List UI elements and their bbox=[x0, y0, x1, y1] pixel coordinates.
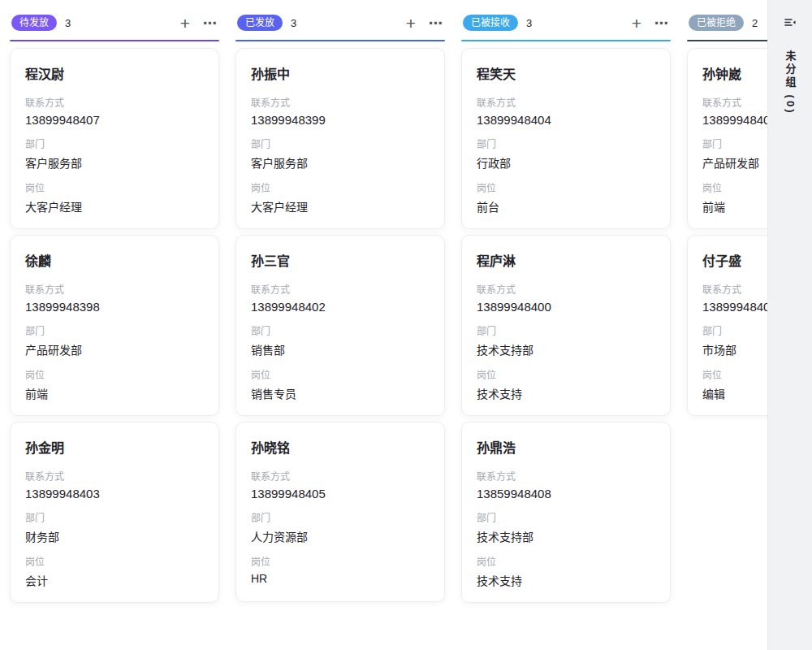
column-count: 2 bbox=[752, 17, 758, 29]
field-value-contact: 13859948408 bbox=[477, 487, 655, 500]
field-department: 部门 客户服务部 bbox=[25, 136, 204, 171]
field-value-department: 产品研发部 bbox=[25, 341, 204, 358]
field-department: 部门 技术支持部 bbox=[477, 510, 655, 544]
column-color-bar bbox=[10, 40, 219, 41]
card-title: 孙金明 bbox=[25, 437, 204, 457]
field-label-department: 部门 bbox=[251, 323, 430, 337]
field-value-position: HR bbox=[251, 572, 430, 585]
field-label-department: 部门 bbox=[477, 510, 655, 524]
field-contact: 联系方式 13899948398 bbox=[25, 282, 204, 314]
field-position: 岗位 销售专员 bbox=[251, 367, 430, 401]
field-department: 部门 客户服务部 bbox=[251, 136, 430, 171]
field-value-position: 前端 bbox=[25, 385, 204, 401]
field-value-department: 技术支持部 bbox=[477, 341, 655, 358]
column-header: 已被接收 3 + ⋯ bbox=[461, 13, 671, 32]
field-value-department: 人力资源部 bbox=[251, 528, 430, 544]
field-label-position: 岗位 bbox=[251, 180, 430, 194]
column-status-badge[interactable]: 已被拒绝 bbox=[689, 15, 744, 31]
field-value-position: 大客户经理 bbox=[251, 198, 430, 214]
field-position: 岗位 技术支持 bbox=[477, 367, 655, 401]
record-card[interactable]: 孙晓铭 联系方式 13899948405 部门 人力资源部 岗位 HR bbox=[235, 422, 445, 602]
record-card[interactable]: 程庐淋 联系方式 13899948400 部门 技术支持部 岗位 技术支持 bbox=[461, 235, 671, 416]
card-title: 程汉尉 bbox=[25, 63, 204, 83]
field-department: 部门 人力资源部 bbox=[251, 510, 430, 544]
field-value-position: 销售专员 bbox=[251, 385, 430, 401]
field-position: 岗位 大客户经理 bbox=[25, 180, 204, 214]
record-card[interactable]: 孙金明 联系方式 13899948403 部门 财务部 岗位 会计 bbox=[10, 422, 219, 603]
column-color-bar bbox=[461, 40, 671, 41]
kanban-column: 已被接收 3 + ⋯ 程笑天 联系方式 13899948404 部门 行政部 岗… bbox=[461, 13, 671, 609]
card-list: 孙振中 联系方式 13899948399 部门 客户服务部 岗位 大客户经理 孙… bbox=[235, 48, 445, 602]
field-label-contact: 联系方式 bbox=[25, 95, 204, 109]
field-position: 岗位 会计 bbox=[25, 554, 204, 588]
field-label-department: 部门 bbox=[25, 136, 204, 150]
field-label-position: 岗位 bbox=[25, 180, 204, 194]
collapsed-group-label: 未分组 (0) bbox=[783, 50, 798, 115]
field-label-contact: 联系方式 bbox=[25, 469, 204, 483]
field-label-contact: 联系方式 bbox=[477, 95, 655, 109]
kanban-column: 待发放 3 + ⋯ 程汉尉 联系方式 13899948407 部门 客户服务部 … bbox=[10, 13, 219, 609]
add-card-button[interactable]: + bbox=[180, 15, 190, 32]
field-position: 岗位 HR bbox=[251, 554, 430, 585]
field-value-contact: 13899948407 bbox=[25, 113, 204, 127]
field-label-contact: 联系方式 bbox=[25, 282, 204, 296]
field-position: 岗位 前端 bbox=[25, 367, 204, 401]
field-position: 岗位 前台 bbox=[477, 180, 655, 214]
record-card[interactable]: 程汉尉 联系方式 13899948407 部门 客户服务部 岗位 大客户经理 bbox=[10, 48, 219, 229]
field-label-contact: 联系方式 bbox=[251, 95, 430, 109]
field-value-contact: 13899948400 bbox=[477, 300, 655, 314]
field-label-position: 岗位 bbox=[477, 367, 655, 381]
field-value-position: 技术支持 bbox=[477, 385, 655, 401]
record-card[interactable]: 孙三官 联系方式 13899948402 部门 销售部 岗位 销售专员 bbox=[235, 235, 445, 416]
field-value-contact: 13899948404 bbox=[477, 113, 655, 127]
column-more-button[interactable]: ⋯ bbox=[654, 16, 669, 30]
field-contact: 联系方式 13899948405 bbox=[251, 469, 430, 500]
column-count: 3 bbox=[65, 17, 71, 29]
record-card[interactable]: 孙鼎浩 联系方式 13859948408 部门 技术支持部 岗位 技术支持 bbox=[461, 422, 671, 603]
field-label-position: 岗位 bbox=[477, 180, 655, 194]
column-status-badge[interactable]: 已发放 bbox=[237, 15, 283, 31]
field-position: 岗位 大客户经理 bbox=[251, 180, 430, 214]
field-value-department: 客户服务部 bbox=[25, 154, 204, 171]
field-label-position: 岗位 bbox=[25, 367, 204, 381]
field-value-contact: 13899948402 bbox=[251, 300, 430, 314]
field-value-department: 行政部 bbox=[477, 154, 655, 171]
field-department: 部门 财务部 bbox=[25, 510, 204, 544]
field-label-department: 部门 bbox=[477, 136, 655, 150]
field-department: 部门 产品研发部 bbox=[25, 323, 204, 358]
column-header: 待发放 3 + ⋯ bbox=[10, 13, 219, 32]
field-value-position: 会计 bbox=[25, 572, 204, 588]
field-label-department: 部门 bbox=[25, 510, 204, 524]
field-contact: 联系方式 13899948407 bbox=[25, 95, 204, 127]
field-label-contact: 联系方式 bbox=[251, 282, 430, 296]
field-department: 部门 技术支持部 bbox=[477, 323, 655, 358]
column-more-button[interactable]: ⋯ bbox=[203, 16, 218, 30]
field-contact: 联系方式 13899948404 bbox=[477, 95, 655, 127]
field-label-position: 岗位 bbox=[251, 554, 430, 568]
add-card-button[interactable]: + bbox=[632, 15, 641, 32]
kanban-columns: 待发放 3 + ⋯ 程汉尉 联系方式 13899948407 部门 客户服务部 … bbox=[0, 0, 812, 609]
field-contact: 联系方式 13899948402 bbox=[251, 282, 430, 314]
field-label-position: 岗位 bbox=[251, 367, 430, 381]
field-value-department: 技术支持部 bbox=[477, 528, 655, 544]
card-list: 程笑天 联系方式 13899948404 部门 行政部 岗位 前台 程庐淋 联系… bbox=[461, 48, 671, 603]
kanban-board: 待发放 3 + ⋯ 程汉尉 联系方式 13899948407 部门 客户服务部 … bbox=[0, 0, 812, 650]
column-status-badge[interactable]: 待发放 bbox=[11, 15, 57, 31]
expand-group-icon[interactable] bbox=[780, 13, 800, 32]
field-department: 部门 行政部 bbox=[477, 136, 655, 171]
field-label-position: 岗位 bbox=[477, 554, 655, 568]
column-more-button[interactable]: ⋯ bbox=[429, 16, 443, 30]
record-card[interactable]: 徐麟 联系方式 13899948398 部门 产品研发部 岗位 前端 bbox=[10, 235, 219, 416]
record-card[interactable]: 孙振中 联系方式 13899948399 部门 客户服务部 岗位 大客户经理 bbox=[235, 48, 445, 229]
field-value-department: 财务部 bbox=[25, 528, 204, 544]
field-label-position: 岗位 bbox=[25, 554, 204, 568]
record-card[interactable]: 程笑天 联系方式 13899948404 部门 行政部 岗位 前台 bbox=[461, 48, 671, 229]
add-card-button[interactable]: + bbox=[406, 15, 416, 32]
field-label-department: 部门 bbox=[251, 510, 430, 524]
field-value-position: 技术支持 bbox=[477, 572, 655, 588]
field-label-department: 部门 bbox=[477, 323, 655, 337]
field-value-department: 销售部 bbox=[251, 341, 430, 358]
card-title: 程笑天 bbox=[477, 63, 655, 83]
field-value-contact: 13899948403 bbox=[25, 487, 204, 500]
column-status-badge[interactable]: 已被接收 bbox=[463, 15, 518, 31]
